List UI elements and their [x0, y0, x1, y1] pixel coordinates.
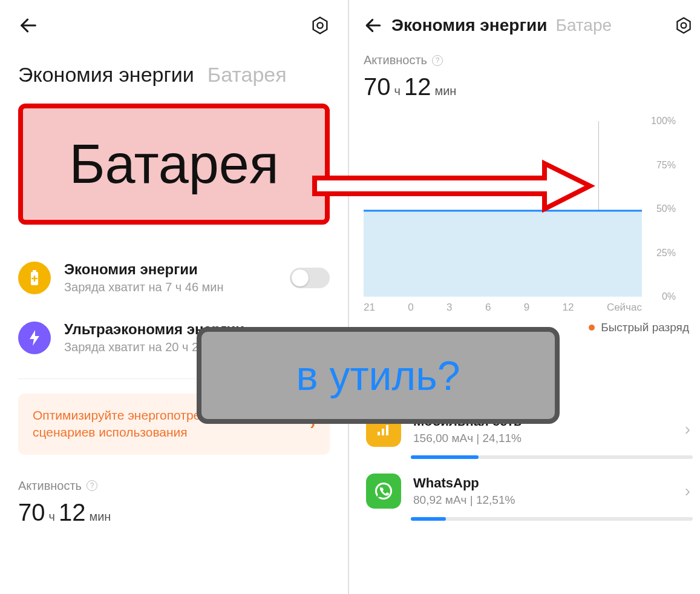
- tabs-left: Экономия энергии Батарея: [18, 63, 330, 87]
- chart-svg: [364, 121, 642, 297]
- gear-icon[interactable]: [675, 16, 693, 35]
- tab-energy-saving[interactable]: Экономия энергии: [18, 63, 194, 87]
- topbar-left: [18, 11, 330, 40]
- chart-y-label: 50%: [656, 203, 676, 214]
- row-power-saving[interactable]: Экономия энергии Заряда хватит на 7 ч 46…: [18, 248, 330, 308]
- chevron-right-icon: ›: [685, 481, 690, 501]
- back-icon[interactable]: [364, 16, 383, 35]
- legend-dot-icon: [589, 325, 595, 331]
- usage-bar: [411, 455, 693, 459]
- annotation-callout: в утиль?: [197, 327, 560, 424]
- row-power-saving-text: Экономия энергии Заряда хватит на 7 ч 46…: [64, 261, 276, 294]
- pane-energy-saving: Экономия энергии Батарея Батарея Экономи…: [0, 0, 349, 594]
- tab-battery[interactable]: Батарея: [208, 63, 287, 87]
- info-icon[interactable]: ?: [87, 480, 97, 491]
- lightning-icon: [18, 322, 51, 354]
- annotation-hero-label: Батарея: [69, 133, 278, 196]
- svg-point-2: [317, 22, 322, 28]
- app-sub: 156,00 мАч | 24,11%: [413, 432, 673, 445]
- usage-bar: [411, 517, 693, 521]
- battery-plus-icon: [18, 262, 51, 294]
- annotation-callout-text: в утиль?: [296, 352, 460, 399]
- legend-label: Быстрый разряд: [601, 321, 689, 334]
- activity-time-left: 70 ч 12 мин: [18, 499, 330, 526]
- svg-marker-1: [313, 18, 327, 34]
- header-active[interactable]: Экономия энергии: [391, 16, 548, 35]
- power-saving-sub: Заряда хватит на 7 ч 46 мин: [64, 280, 276, 294]
- svg-rect-6: [31, 277, 38, 279]
- svg-rect-13: [382, 429, 384, 435]
- battery-chart[interactable]: 100%75%50%25%0% 21036912Сейчас: [364, 121, 693, 314]
- gear-icon[interactable]: [310, 16, 330, 35]
- app-row-whatsapp[interactable]: WhatsApp 80,92 мАч | 12,51% ›: [364, 463, 693, 512]
- svg-rect-4: [33, 270, 36, 272]
- chart-y-label: 75%: [656, 160, 676, 171]
- svg-rect-14: [386, 425, 388, 435]
- app-text: WhatsApp 80,92 мАч | 12,51%: [413, 475, 673, 507]
- activity-label-right: Активность ?: [364, 53, 693, 67]
- pane-battery: Экономия энергии Батаре Активность ? 70 …: [349, 0, 700, 594]
- chart-y-label: 25%: [656, 248, 676, 259]
- toggle-power-saving[interactable]: [290, 268, 330, 288]
- info-icon[interactable]: ?: [432, 55, 443, 66]
- svg-point-10: [681, 23, 687, 28]
- activity-time-right: 70 ч 12 мин: [364, 73, 693, 101]
- whatsapp-icon: [366, 474, 401, 509]
- power-saving-title: Экономия энергии: [64, 261, 276, 278]
- activity-label-left: Активность ?: [18, 479, 330, 493]
- svg-rect-12: [378, 432, 380, 435]
- activity-block-right: Активность ? 70 ч 12 мин: [364, 53, 693, 101]
- svg-marker-9: [677, 18, 690, 33]
- activity-block-left: Активность ? 70 ч 12 мин: [18, 479, 330, 526]
- header-inactive[interactable]: Батаре: [556, 16, 612, 35]
- app-sub: 80,92 мАч | 12,51%: [413, 493, 673, 507]
- svg-marker-7: [30, 330, 39, 346]
- annotation-hero-battery: Батарея: [18, 104, 330, 225]
- chart-x-labels: 21036912Сейчас: [364, 302, 642, 314]
- chevron-right-icon: ›: [685, 420, 690, 439]
- chart-y-label: 0%: [662, 291, 676, 302]
- app-name: WhatsApp: [413, 475, 673, 491]
- topbar-right: Экономия энергии Батаре: [364, 11, 693, 40]
- back-icon[interactable]: [18, 15, 39, 36]
- chart-y-label: 100%: [651, 116, 676, 127]
